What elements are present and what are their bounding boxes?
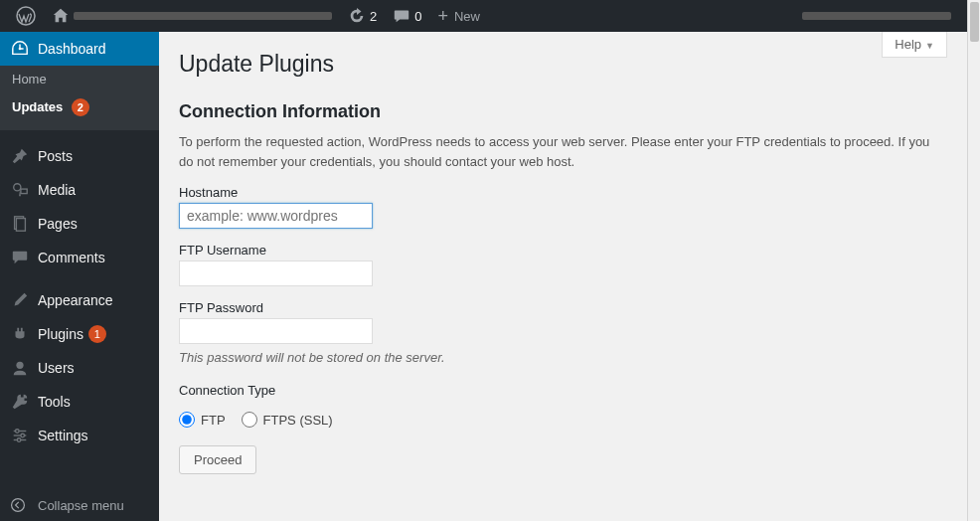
sidebar-label: Comments: [38, 250, 105, 265]
sidebar-label: Pages: [38, 216, 78, 232]
svg-point-12: [17, 438, 21, 442]
svg-point-6: [16, 362, 23, 369]
user-name-redacted: [802, 12, 951, 20]
updates-indicator[interactable]: 2: [340, 0, 385, 32]
help-tab[interactable]: Help▼: [882, 32, 947, 58]
chevron-down-icon: ▼: [925, 41, 934, 51]
svg-point-10: [16, 430, 20, 434]
svg-rect-3: [21, 189, 27, 194]
collapse-menu[interactable]: Collapse menu: [0, 489, 159, 521]
pin-icon: [10, 147, 30, 165]
plug-icon: [10, 325, 30, 343]
ftp-password-input[interactable]: [179, 318, 373, 344]
section-title: Connection Information: [179, 101, 947, 122]
collapse-label: Collapse menu: [38, 498, 124, 513]
hostname-label: Hostname: [179, 185, 947, 200]
collapse-icon: [10, 497, 30, 513]
admin-bar: 2 0 + New: [0, 0, 967, 32]
sidebar-label: Appearance: [38, 292, 113, 308]
home-icon: [52, 7, 70, 25]
radio-ftp-label[interactable]: FTP: [201, 413, 226, 428]
sidebar-sub-home[interactable]: Home: [0, 66, 159, 92]
new-label: New: [454, 9, 480, 24]
svg-point-1: [19, 48, 22, 51]
svg-rect-5: [16, 219, 25, 232]
sidebar-item-posts[interactable]: Posts: [0, 139, 159, 173]
sidebar-label: Tools: [38, 394, 71, 410]
sliders-icon: [10, 427, 30, 444]
sidebar-label: Users: [38, 360, 75, 376]
sidebar-item-plugins[interactable]: Plugins 1: [0, 317, 159, 351]
page-title: Update Plugins: [179, 42, 947, 82]
plugins-badge: 1: [88, 325, 106, 343]
proceed-button[interactable]: Proceed: [179, 445, 256, 474]
sidebar-label: Plugins: [38, 326, 83, 342]
svg-point-13: [12, 499, 25, 512]
site-home[interactable]: [44, 0, 340, 32]
connection-type-label: Connection Type: [179, 383, 947, 398]
refresh-icon: [348, 7, 366, 25]
sidebar-label: Dashboard: [38, 41, 106, 57]
site-name-redacted: [74, 12, 332, 20]
ftp-password-label: FTP Password: [179, 300, 947, 315]
sidebar-item-users[interactable]: Users: [0, 351, 159, 385]
sidebar-sub-updates[interactable]: Updates 2: [0, 92, 159, 122]
radio-ftps-label[interactable]: FTPS (SSL): [263, 413, 333, 428]
svg-point-11: [21, 434, 25, 437]
sidebar-item-tools[interactable]: Tools: [0, 385, 159, 419]
sidebar-item-dashboard[interactable]: Dashboard: [0, 32, 159, 66]
description: To perform the requested action, WordPre…: [179, 132, 947, 171]
sidebar-item-pages[interactable]: Pages: [0, 207, 159, 241]
radio-ftp[interactable]: [179, 412, 195, 428]
scrollbar-thumb[interactable]: [970, 2, 979, 42]
sidebar-item-settings[interactable]: Settings: [0, 419, 159, 452]
wordpress-icon: [16, 6, 36, 26]
media-icon: [10, 181, 30, 199]
sidebar-label: Posts: [38, 148, 73, 164]
pages-icon: [10, 215, 30, 233]
sidebar-item-comments[interactable]: Comments: [0, 241, 159, 274]
dashboard-icon: [10, 40, 30, 58]
new-content[interactable]: + New: [429, 0, 488, 32]
plus-icon: +: [437, 6, 448, 27]
brush-icon: [10, 291, 30, 309]
updates-count: 2: [370, 9, 377, 24]
user-account[interactable]: [794, 0, 959, 32]
vertical-scrollbar[interactable]: [967, 0, 980, 521]
comment-icon: [393, 7, 410, 25]
sidebar-label: Media: [38, 182, 76, 198]
main-content: Help▼ Update Plugins Connection Informat…: [159, 32, 967, 521]
password-hint: This password will not be stored on the …: [179, 350, 947, 365]
admin-sidebar: Dashboard Home Updates 2 Posts Media: [0, 32, 159, 521]
ftp-username-input[interactable]: [179, 260, 373, 286]
dashboard-submenu: Home Updates 2: [0, 66, 159, 130]
sidebar-item-appearance[interactable]: Appearance: [0, 283, 159, 317]
wp-logo[interactable]: [8, 0, 44, 32]
comments-indicator[interactable]: 0: [385, 0, 429, 32]
ftp-username-label: FTP Username: [179, 243, 947, 258]
wrench-icon: [10, 393, 30, 411]
svg-point-2: [14, 184, 21, 191]
user-icon: [10, 359, 30, 377]
sidebar-label: Settings: [38, 428, 88, 443]
hostname-input[interactable]: [179, 203, 373, 229]
comments-count: 0: [414, 9, 421, 24]
radio-ftps[interactable]: [242, 412, 257, 428]
updates-badge: 2: [72, 98, 89, 116]
sidebar-item-media[interactable]: Media: [0, 173, 159, 207]
comments-icon: [10, 249, 30, 266]
